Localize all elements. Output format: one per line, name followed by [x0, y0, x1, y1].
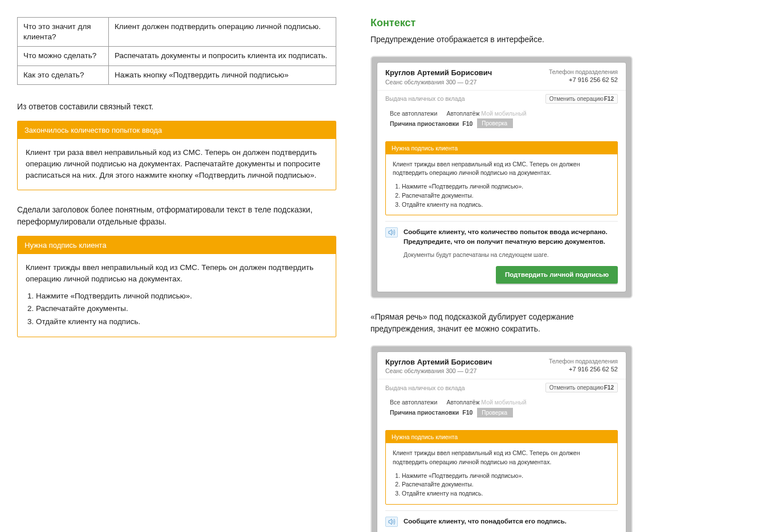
warning-lead: Клиент трижды ввел неправильный код из С… — [26, 262, 328, 285]
mini-warning: Нужна подпись клиента Клиент трижды ввел… — [385, 430, 618, 505]
list-item: Отдайте клиенту на подпись. — [36, 316, 328, 328]
breadcrumb: Все автоплатежи Автоплатёж Мой мобильный… — [377, 396, 626, 422]
warning-body: Клиент трижды ввел неправильный код из С… — [18, 254, 336, 337]
list-item: Отдайте клиенту на подпись. — [402, 200, 610, 210]
speech-callout: Сообщите клиенту, что количество попыток… — [385, 221, 618, 248]
mini-warning-lead: Клиент трижды ввел неправильный код из С… — [393, 160, 610, 178]
mini-warning-title: Нужна подпись клиента — [386, 431, 617, 443]
cancel-operation-button[interactable]: Отменить операциюF12 — [545, 94, 618, 104]
table-row: Что можно сделать? Распечатать документы… — [18, 47, 336, 66]
callout-message: Сообщите клиенту, что понадобится его по… — [404, 517, 567, 526]
screenshot-2: Круглов Артемий Борисович Сеанс обслужив… — [370, 345, 633, 532]
crumb-all-autopay[interactable]: Все автоплатежи — [385, 397, 442, 407]
session-info: Сеанс обслуживания 300 — 0:27 — [385, 367, 492, 374]
crumb-reason[interactable]: Причина приостановки F10 — [385, 407, 477, 418]
phone-value: +7 916 256 62 52 — [549, 76, 618, 83]
speaker-icon — [385, 227, 398, 238]
context-lead-2: «Прямая речь» под подсказкой дублирует с… — [370, 311, 633, 335]
screenshot-1: Круглов Артемий Борисович Сеанс обслужив… — [370, 56, 633, 298]
crumb-autopay[interactable]: Автоплатёж Мой мобильный — [442, 108, 531, 118]
qa-question: Как это сделать? — [18, 66, 109, 84]
qa-table: Что это значит для клиента? Клиент долже… — [17, 17, 336, 85]
crumb-check[interactable]: Проверка — [477, 118, 513, 128]
table-row: Как это сделать? Нажать кнопку «Подтверд… — [18, 66, 336, 84]
list-item: Распечатайте документы. — [36, 303, 328, 314]
operation-name: Выдача наличных со вклада — [385, 95, 465, 102]
phone-label: Телефон подразделения — [549, 68, 618, 75]
warning-title: Закончилось количество попыток ввода — [18, 121, 336, 139]
context-heading: Контекст — [370, 17, 633, 29]
client-name: Круглов Артемий Борисович — [385, 68, 492, 77]
list-item: Нажмите «Подтвердить личной подписью». — [402, 472, 610, 481]
client-header: Круглов Артемий Борисович Сеанс обслужив… — [377, 352, 626, 380]
crumb-autopay[interactable]: Автоплатёж Мой мобильный — [442, 397, 531, 407]
cancel-operation-button[interactable]: Отменить операциюF12 — [545, 383, 618, 392]
warning-box-1: Закончилось количество попыток ввода Кли… — [17, 121, 336, 190]
mini-warning-title: Нужна подпись клиента — [386, 142, 617, 154]
confirm-signature-button[interactable]: Подтвердить личной подписью — [496, 266, 618, 284]
list-item: Нажмите «Подтвердить личной подписью». — [36, 290, 328, 302]
phone-label: Телефон подразделения — [549, 358, 618, 365]
list-item: Отдайте клиенту на подпись. — [402, 489, 610, 498]
qa-question: Что можно сделать? — [18, 47, 109, 66]
breadcrumb: Все автоплатежи Автоплатёж Мой мобильный… — [377, 107, 626, 133]
mini-warning-steps: Нажмите «Подтвердить личной подписью». Р… — [393, 182, 610, 209]
warning-box-2: Нужна подпись клиента Клиент трижды ввел… — [17, 236, 336, 337]
speech-callout: Сообщите клиенту, что понадобится его по… — [385, 510, 618, 529]
intro-text-1: Из ответов составили связный текст. — [17, 101, 336, 113]
crumb-check[interactable]: Проверка — [477, 408, 513, 418]
qa-answer: Клиент должен подтвердить операцию лично… — [109, 18, 336, 47]
warning-body: Клиент три раза ввел неправильный код из… — [18, 139, 336, 190]
list-item: Распечатайте документы. — [402, 191, 610, 200]
warning-title: Нужна подпись клиента — [18, 236, 336, 254]
intro-text-2: Сделали заголовок более понятным, отформ… — [17, 204, 336, 228]
callout-subtext: Документы будут распечатаны на следующем… — [404, 251, 618, 258]
crumb-reason[interactable]: Причина приостановки F10 — [385, 118, 477, 129]
mini-warning-lead: Клиент трижды ввел неправильный код из С… — [393, 449, 610, 467]
list-item: Распечатайте документы. — [402, 480, 610, 489]
callout-message: Сообщите клиенту, что количество попыток… — [404, 227, 618, 246]
qa-question: Что это значит для клиента? — [18, 18, 109, 47]
list-item: Нажмите «Подтвердить личной подписью». — [402, 182, 610, 191]
client-header: Круглов Артемий Борисович Сеанс обслужив… — [377, 63, 626, 91]
client-name: Круглов Артемий Борисович — [385, 358, 492, 367]
warning-steps: Нажмите «Подтвердить личной подписью». Р… — [26, 290, 328, 328]
speaker-icon — [385, 517, 398, 527]
qa-answer: Нажать кнопку «Подтвердить личной подпис… — [109, 66, 336, 84]
mini-warning-steps: Нажмите «Подтвердить личной подписью». Р… — [393, 472, 610, 498]
phone-value: +7 916 256 62 52 — [549, 366, 618, 373]
mini-warning: Нужна подпись клиента Клиент трижды ввел… — [385, 141, 618, 216]
session-info: Сеанс обслуживания 300 — 0:27 — [385, 79, 492, 85]
crumb-all-autopay[interactable]: Все автоплатежи — [385, 108, 442, 118]
qa-answer: Распечатать документы и попросить клиент… — [109, 47, 336, 66]
operation-name: Выдача наличных со вклада — [385, 384, 465, 391]
context-lead-1: Предупреждение отображается в интерфейсе… — [370, 34, 633, 46]
table-row: Что это значит для клиента? Клиент долже… — [18, 18, 336, 47]
